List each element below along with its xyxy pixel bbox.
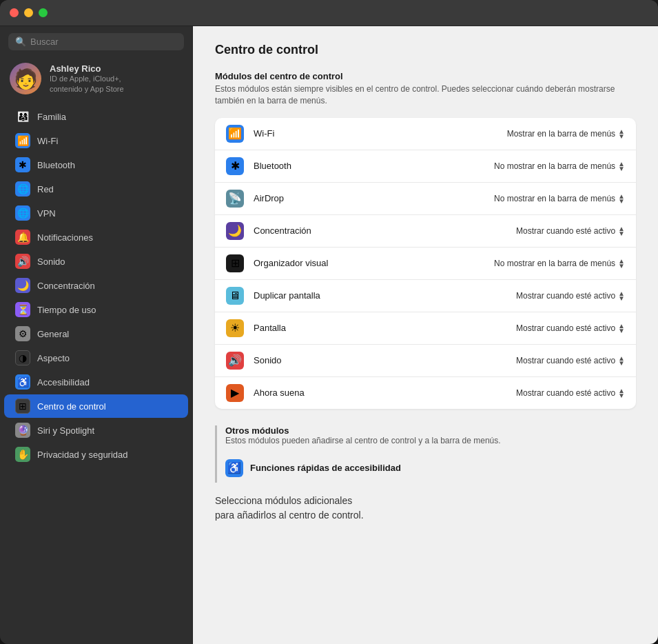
sidebar-item-label-privacidad: Privacidad y seguridad — [37, 450, 128, 460]
airdrop-module-name: AirDrop — [254, 193, 484, 203]
concentracion-option-select[interactable]: Mostrar cuando esté activo▲▼ — [516, 226, 625, 236]
sidebar-item-label-red: Red — [37, 184, 54, 194]
sidebar-item-sonido[interactable]: 🔊Sonido — [4, 250, 188, 273]
others-module-accesibilidad-rapida[interactable]: ♿Funciones rápidas de accesibilidad — [225, 454, 636, 483]
sidebar-item-label-aspecto: Aspecto — [37, 353, 70, 363]
tiempodeuso-icon: ⏳ — [15, 302, 30, 317]
sidebar-item-red[interactable]: 🌐Red — [4, 177, 188, 201]
wifi-module-icon: 📶 — [226, 125, 244, 143]
airdrop-module-icon: 📡 — [226, 190, 244, 208]
sidebar-item-concentracion[interactable]: 🌙Concentración — [4, 274, 188, 297]
sidebar-item-label-accesibilidad: Accesibilidad — [37, 377, 90, 388]
sonido-module-icon: 🔊 — [226, 352, 244, 370]
module-row-pantalla: ☀PantallaMostrar cuando esté activo▲▼ — [215, 312, 636, 345]
bluetooth-chevron-icon: ▲▼ — [618, 161, 625, 171]
search-input[interactable] — [30, 37, 177, 47]
sidebar-item-bluetooth[interactable]: ✱Bluetooth — [4, 153, 188, 177]
user-info: Ashley Rico ID de Apple, iCloud+,conteni… — [50, 63, 183, 94]
user-profile[interactable]: 🧑 Ashley Rico ID de Apple, iCloud+,conte… — [0, 56, 192, 101]
sonido-module-name: Sonido — [254, 355, 506, 365]
familia-icon: 👨‍👩‍👧 — [15, 109, 30, 124]
close-button[interactable] — [10, 8, 19, 17]
sidebar-item-wifi[interactable]: 📶Wi-Fi — [4, 129, 188, 152]
sidebar-item-general[interactable]: ⚙General — [4, 322, 188, 345]
module-row-bluetooth: ✱BluetoothNo mostrar en la barra de menú… — [215, 150, 636, 183]
pantalla-module-name: Pantalla — [254, 323, 506, 333]
sidebar-item-controlcenter[interactable]: ⊞Centro de control — [4, 394, 188, 418]
sidebar-item-vpn[interactable]: 🌐VPN — [4, 201, 188, 225]
sidebar-item-label-familia: Familia — [37, 112, 66, 122]
maximize-button[interactable] — [39, 8, 48, 17]
module-row-ahorasuena: ▶Ahora suenaMostrar cuando esté activo▲▼ — [215, 377, 636, 409]
module-row-airdrop: 📡AirDropNo mostrar en la barra de menús▲… — [215, 183, 636, 215]
organizador-chevron-icon: ▲▼ — [618, 259, 625, 268]
accesibilidad-rapida-others-name: Funciones rápidas de accesibilidad — [250, 463, 401, 473]
controlcenter-icon: ⊞ — [15, 399, 30, 414]
sidebar-item-siri[interactable]: 🔮Siri y Spotlight — [4, 419, 188, 442]
bluetooth-module-name: Bluetooth — [254, 161, 484, 171]
organizador-module-name: Organizador visual — [254, 258, 484, 268]
sidebar-item-aspecto[interactable]: ◑Aspecto — [4, 346, 188, 370]
module-row-organizador: ⊞Organizador visualNo mostrar en la barr… — [215, 248, 636, 280]
user-name: Ashley Rico — [50, 63, 183, 74]
concentracion-module-name: Concentración — [254, 225, 506, 236]
module-row-duplicar: 🖥Duplicar pantallaMostrar cuando esté ac… — [215, 280, 636, 312]
sidebar-item-label-vpn: VPN — [37, 208, 56, 219]
duplicar-chevron-icon: ▲▼ — [618, 291, 625, 301]
accesibilidad-icon: ♿ — [15, 374, 30, 390]
concentracion-icon: 🌙 — [15, 278, 30, 293]
duplicar-option-select[interactable]: Mostrar cuando esté activo▲▼ — [516, 291, 625, 301]
pantalla-chevron-icon: ▲▼ — [618, 323, 625, 333]
notificaciones-icon: 🔔 — [15, 230, 30, 245]
wifi-module-name: Wi-Fi — [254, 128, 497, 139]
sidebar: 🔍 🧑 Ashley Rico ID de Apple, iCloud+,con… — [0, 26, 193, 644]
wifi-option-select[interactable]: Mostrar en la barra de menús▲▼ — [507, 129, 625, 139]
ahorasuena-option-label: Mostrar cuando esté activo — [516, 388, 615, 398]
wifi-icon: 📶 — [15, 133, 30, 148]
sidebar-item-label-siri: Siri y Spotlight — [37, 425, 94, 436]
general-icon: ⚙ — [15, 326, 30, 341]
search-bar[interactable]: 🔍 — [8, 33, 184, 50]
sidebar-item-label-notificaciones: Notificaciones — [37, 232, 93, 243]
bluetooth-module-icon: ✱ — [226, 157, 244, 175]
sidebar-items-section: 👨‍👩‍👧Familia📶Wi-Fi✱Bluetooth🌐Red🌐VPN🔔Not… — [0, 101, 192, 470]
ahorasuena-chevron-icon: ▲▼ — [618, 388, 625, 398]
sidebar-item-label-bluetooth: Bluetooth — [37, 160, 75, 170]
module-row-concentracion: 🌙ConcentraciónMostrar cuando esté activo… — [215, 215, 636, 248]
module-row-sonido: 🔊SonidoMostrar cuando esté activo▲▼ — [215, 345, 636, 377]
organizador-option-select[interactable]: No mostrar en la barra de menús▲▼ — [494, 259, 625, 268]
wifi-option-label: Mostrar en la barra de menús — [507, 129, 615, 139]
titlebar — [0, 0, 658, 26]
red-icon: 🌐 — [15, 181, 30, 197]
sidebar-item-tiempodeuso[interactable]: ⏳Tiempo de uso — [4, 298, 188, 321]
sidebar-item-notificaciones[interactable]: 🔔Notificaciones — [4, 225, 188, 249]
modules-heading: Módulos del centro de control — [215, 71, 636, 81]
organizador-module-icon: ⊞ — [226, 254, 244, 272]
user-subtitle: ID de Apple, iCloud+,contenido y App Sto… — [50, 74, 183, 94]
others-section: Otros módulos Estos módulos pueden añadi… — [215, 425, 636, 483]
pantalla-option-select[interactable]: Mostrar cuando esté activo▲▼ — [516, 323, 625, 333]
concentracion-chevron-icon: ▲▼ — [618, 226, 625, 236]
sidebar-item-label-concentracion: Concentración — [37, 281, 95, 291]
pantalla-module-icon: ☀ — [226, 319, 244, 337]
sidebar-item-privacidad[interactable]: ✋Privacidad y seguridad — [4, 443, 188, 466]
ahorasuena-module-icon: ▶ — [226, 384, 244, 402]
airdrop-option-select[interactable]: No mostrar en la barra de menús▲▼ — [494, 194, 625, 203]
pantalla-option-label: Mostrar cuando esté activo — [516, 323, 615, 333]
sidebar-item-familia[interactable]: 👨‍👩‍👧Familia — [4, 105, 188, 128]
ahorasuena-option-select[interactable]: Mostrar cuando esté activo▲▼ — [516, 388, 625, 398]
bluetooth-option-select[interactable]: No mostrar en la barra de menús▲▼ — [494, 161, 625, 171]
sidebar-item-accesibilidad[interactable]: ♿Accesibilidad — [4, 370, 188, 394]
modules-desc: Estos módulos están siempre visibles en … — [215, 83, 636, 107]
sonido-option-label: Mostrar cuando esté activo — [516, 356, 615, 365]
search-icon: 🔍 — [15, 37, 26, 47]
sonido-option-select[interactable]: Mostrar cuando esté activo▲▼ — [516, 356, 625, 365]
wifi-chevron-icon: ▲▼ — [618, 129, 625, 139]
avatar-emoji: 🧑 — [14, 68, 38, 90]
callout-text: Selecciona módulos adicionales para añad… — [215, 494, 636, 523]
minimize-button[interactable] — [24, 8, 33, 17]
duplicar-module-name: Duplicar pantalla — [254, 290, 506, 301]
control-center-modules-section: Módulos del centro de control Estos módu… — [215, 71, 636, 409]
avatar: 🧑 — [10, 63, 41, 94]
aspecto-icon: ◑ — [15, 350, 30, 365]
